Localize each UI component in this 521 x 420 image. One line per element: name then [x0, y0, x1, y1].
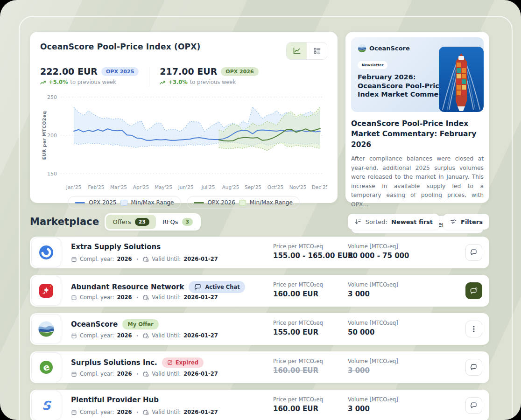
volume-column: Volume [MTCO₂eq]3 000	[348, 396, 398, 413]
offer-meta: Compl. year:2026•Valid Until:2026-01-27	[71, 332, 218, 339]
oceanscore-logo-icon	[358, 44, 366, 53]
meta-separator: •	[136, 295, 139, 300]
sort-value: Newest first	[391, 218, 433, 225]
tab-offers[interactable]: Offers 23	[106, 215, 156, 229]
svg-text:Sep'25: Sep'25	[245, 184, 261, 190]
expired-badge: Expired	[162, 357, 204, 368]
sort-button[interactable]: Sorted: Newest first	[348, 214, 439, 230]
legend-range-label: Min/Max Range	[131, 199, 174, 206]
list-view-button[interactable]	[307, 42, 327, 59]
sort-label: Sorted:	[366, 218, 387, 225]
stat-divider	[149, 67, 149, 87]
valid-until-icon	[143, 371, 149, 377]
compl-year-value: 2026	[117, 294, 132, 301]
svg-text:Nov'25: Nov'25	[289, 184, 307, 190]
marketplace-offer-row[interactable]: eSurplus Solutions Inc.ExpiredCompl. yea…	[30, 351, 489, 383]
opx-2025-badge: OPX 2025	[101, 67, 139, 76]
row-menu-button[interactable]	[465, 321, 482, 337]
chart-view-button[interactable]	[287, 42, 307, 59]
price-column: Price per MTCO₂eq160.00 EUR	[273, 358, 323, 375]
volume-label: Volume [MTCO₂eq]	[348, 358, 398, 364]
sort-icon	[354, 218, 362, 225]
compl-year-value: 2026	[117, 332, 132, 339]
newsletter-brand: OceanScore	[369, 45, 410, 52]
price-value: 155.00 - 165.00 EUR	[273, 252, 353, 260]
company-name: OceanScore	[71, 320, 118, 329]
svg-text:Mar'25: Mar'25	[110, 184, 127, 190]
opx-2026-price: 217.00 EUR	[160, 66, 217, 77]
svg-text:Feb'25: Feb'25	[88, 184, 105, 190]
line-chart-icon	[292, 46, 302, 56]
company-logo	[31, 238, 61, 267]
kebab-menu-icon	[470, 325, 478, 333]
trend-up-icon	[160, 80, 166, 85]
chat-button[interactable]	[465, 397, 482, 414]
company-name: Abundant Resource Network	[71, 283, 184, 291]
commentary-heading: OceanScore Pool-Price Index Market Comme…	[351, 119, 484, 150]
chart-legend: OPX 2025 Min/Max Range OPX 2026 Min/Max …	[40, 196, 327, 209]
chat-button[interactable]	[465, 359, 482, 376]
offers-count-badge: 23	[135, 218, 149, 226]
meta-separator: •	[136, 410, 139, 415]
my-offer-badge: My Offer	[122, 319, 159, 329]
extra-supply-logo-icon	[38, 244, 55, 261]
opx-2026-band-swatch	[239, 200, 246, 206]
compl-year-value: 2026	[117, 256, 132, 262]
company-logo: S	[31, 391, 61, 420]
volume-column: Volume [MTCO₂eq]3 000	[348, 358, 398, 375]
svg-text:EUR per MTCO2eq: EUR per MTCO2eq	[42, 111, 47, 160]
chat-button[interactable]	[465, 244, 482, 261]
valid-until-value: 2026-01-27	[183, 409, 218, 415]
commentary-card: OceanScore Newsletter February 2026: Oce…	[345, 32, 489, 203]
filter-icon	[450, 218, 457, 225]
svg-text:Jul'25: Jul'25	[201, 184, 215, 190]
price-label: Price per MTCO₂eq	[273, 320, 323, 326]
price-label: Price per MTCO₂eq	[273, 243, 353, 250]
opx-2025-change: +5.0%	[49, 79, 68, 85]
app-background: OceanScore Pool-Price Index (OPX)	[0, 0, 521, 420]
opx-2025-change-period: to previous week	[70, 79, 116, 85]
legend-range-label: Min/Max Range	[250, 199, 293, 206]
valid-until-value: 2026-01-27	[183, 294, 218, 301]
tab-rfqs[interactable]: RFQs 3	[156, 215, 199, 229]
company-logo	[31, 314, 61, 344]
valid-until-icon	[143, 256, 149, 262]
price-value: 155.00 EUR	[273, 328, 323, 336]
volume-label: Volume [MTCO₂eq]	[348, 320, 398, 326]
company-name: Plentiful Provider Hub	[71, 396, 159, 404]
volume-value: 50 000	[348, 328, 398, 336]
compl-year-value: 2026	[117, 371, 132, 377]
marketplace-offer-row[interactable]: Extra Supply SolutionsCompl. year:2026•V…	[30, 237, 489, 268]
marketplace-offer-row[interactable]: OceanScoreMy OfferCompl. year:2026•Valid…	[30, 313, 489, 345]
marketplace-offer-row[interactable]: Abundant Resource NetworkActive ChatComp…	[30, 275, 489, 307]
active-chat-button[interactable]	[465, 282, 482, 299]
rfqs-count-badge: 3	[182, 218, 193, 226]
volume-label: Volume [MTCO₂eq]	[348, 396, 398, 403]
compl-year-value: 2026	[117, 409, 132, 415]
marketplace-tabs: Offers 23 RFQs 3	[105, 213, 201, 231]
badge-label: Active Chat	[205, 284, 239, 290]
price-column: Price per MTCO₂eq160.00 EUR	[273, 396, 323, 413]
offer-meta: Compl. year:2026•Valid Until:2026-01-27	[71, 256, 218, 262]
price-value: 160.00 EUR	[273, 290, 323, 298]
active-chat-badge: Active Chat	[189, 281, 245, 293]
calendar-icon	[71, 333, 77, 339]
offer-meta: Compl. year:2026•Valid Until:2026-01-27	[71, 371, 218, 377]
chat-notification-icon	[470, 287, 478, 295]
compl-year-label: Compl. year:	[80, 256, 114, 262]
opx-2026-stat: 217.00 EUR OPX 2026 +3.0% to previous we…	[160, 66, 258, 85]
company-name: Extra Supply Solutions	[71, 243, 161, 251]
newsletter-banner[interactable]: OceanScore Newsletter February 2026: Oce…	[351, 37, 484, 112]
chat-icon	[470, 363, 478, 371]
valid-until-label: Valid Until:	[152, 409, 181, 415]
marketplace-offer-row[interactable]: SPlentiful Provider HubCompl. year:2026•…	[30, 390, 489, 420]
price-value: 160.00 EUR	[273, 405, 323, 413]
chat-icon	[470, 248, 478, 257]
filters-button[interactable]: Filters	[443, 214, 489, 230]
svg-text:Dec'25: Dec'25	[312, 184, 327, 190]
badge-label: Expired	[176, 359, 198, 366]
opx-2025-line-swatch	[75, 202, 85, 203]
company-logo: e	[31, 352, 61, 382]
volume-column: Volume [MTCO₂eq]50 000 - 75 000	[348, 243, 409, 260]
chat-icon	[470, 401, 478, 410]
